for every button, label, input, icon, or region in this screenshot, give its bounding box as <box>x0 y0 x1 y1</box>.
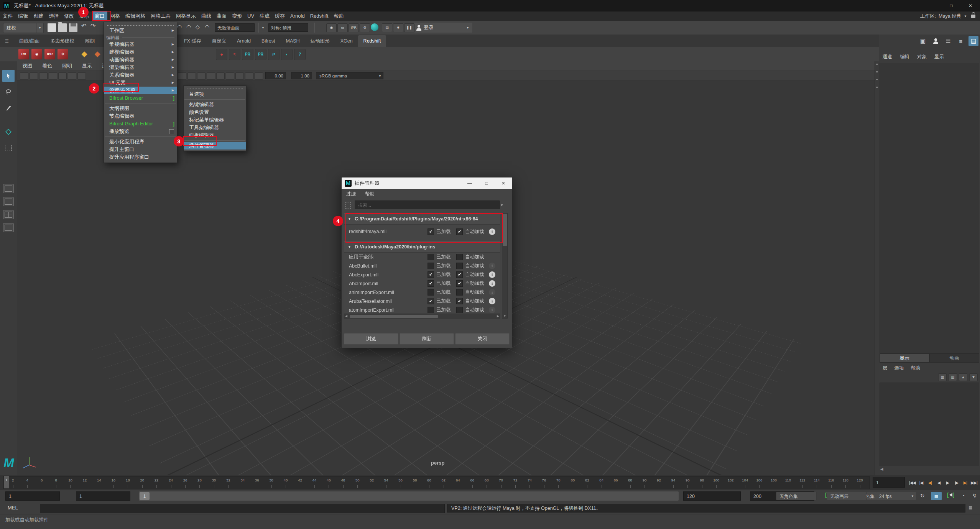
humanik-icon[interactable] <box>931 36 941 46</box>
shelf-button-r3[interactable]: PR <box>255 49 266 60</box>
menu-item-工作区[interactable]: 工作区▶ <box>104 27 177 34</box>
channel-box-layer-editor-icon[interactable]: ▤ <box>968 36 978 46</box>
menu-曲线[interactable]: 曲线 <box>199 12 214 21</box>
frame-tick-60[interactable]: 60 <box>422 476 436 489</box>
frame-tick-110[interactable]: 110 <box>781 476 795 489</box>
panel-menu-显示[interactable]: 显示 <box>82 62 92 69</box>
viewport-icon-r5[interactable] <box>226 72 234 80</box>
section-collapse-icon[interactable]: ▼ <box>348 245 351 249</box>
frame-tick-10[interactable]: 10 <box>63 476 77 489</box>
viewport-icon-r4[interactable] <box>216 72 225 80</box>
dialog-minimize-button[interactable]: — <box>461 177 478 189</box>
chevron-down-icon[interactable]: ▼ <box>500 204 503 207</box>
collapse-all-icon[interactable] <box>345 202 351 209</box>
frame-tick-22[interactable]: 22 <box>149 476 163 489</box>
frame-tick-14[interactable]: 14 <box>92 476 106 489</box>
scrollbar-thumb[interactable] <box>503 214 507 246</box>
exposure-field[interactable]: 0.00 <box>265 72 286 79</box>
menu-item-动画编辑器[interactable]: 动画编辑器▶ <box>104 56 177 64</box>
time-slider-track[interactable]: 2468101214161820222426283032343638404244… <box>3 476 870 489</box>
channel-menu-对象[interactable]: 对象 <box>917 54 927 60</box>
transform-tool[interactable] <box>2 126 15 138</box>
shelf-button-r1[interactable]: ≈ <box>229 49 240 60</box>
frame-tick-98[interactable]: 98 <box>695 476 709 489</box>
menu-item-热键编辑器[interactable]: 热键编辑器 <box>184 101 246 108</box>
info-icon[interactable]: i <box>489 271 495 278</box>
shelf-tab-自定义[interactable]: 自定义 <box>206 35 232 47</box>
scrollbar-thumb[interactable] <box>350 315 438 318</box>
paint-select-tool[interactable] <box>2 102 15 114</box>
playback-button-7[interactable]: ▶▶| <box>970 476 978 489</box>
shelf-tab-雕刻[interactable]: 雕刻 <box>80 35 100 47</box>
shelf-button-r5[interactable]: ◐ <box>281 49 293 60</box>
shelf-button-⚙[interactable]: ⚙ <box>58 49 68 59</box>
modeling-toolkit-icon[interactable]: ▣ <box>918 36 928 46</box>
anim-layer-dropdown[interactable]: 无动画层 <box>827 492 867 500</box>
frame-tick-12[interactable]: 12 <box>77 476 92 489</box>
shelf-button-IPR[interactable]: IPR <box>44 49 55 59</box>
active-surface-field[interactable]: 无激活曲面 <box>215 23 255 32</box>
frame-tick-36[interactable]: 36 <box>250 476 264 489</box>
move-layer-down-icon[interactable]: ▼ <box>969 373 978 381</box>
menu-item-首选项[interactable]: 首选项 <box>184 90 246 98</box>
menu-创建[interactable]: 创建 <box>31 12 46 21</box>
shelf-tab-运动图形[interactable]: 运动图形 <box>305 35 335 47</box>
undo-icon[interactable]: ↶ <box>81 22 86 30</box>
audio-toggle-button[interactable]: [] <box>947 492 954 498</box>
menu-item-渲染编辑器[interactable]: 渲染编辑器▶ <box>104 64 177 71</box>
menu-item-建模编辑器[interactable]: 建模编辑器▶ <box>104 48 177 56</box>
colorspace-dropdown[interactable]: sRGB gamma ▼ <box>316 72 383 79</box>
frame-tick-76[interactable]: 76 <box>537 476 551 489</box>
info-icon[interactable]: i <box>489 280 495 287</box>
viewport-icon-4[interactable] <box>58 72 67 80</box>
viewport-icon-r3[interactable] <box>207 72 215 80</box>
frame-tick-56[interactable]: 56 <box>393 476 408 489</box>
menu-UV[interactable]: UV <box>245 12 257 21</box>
menu-tearoff[interactable] <box>187 87 243 89</box>
channel-box-body[interactable] <box>880 63 979 353</box>
render-icon-2[interactable]: IPR <box>349 23 359 32</box>
scroll-right-icon[interactable]: ▶ <box>497 314 499 318</box>
layout-outliner-pane-button[interactable] <box>3 223 14 232</box>
viewport-icon-r2[interactable] <box>197 72 206 80</box>
frame-tick-42[interactable]: 42 <box>293 476 307 489</box>
frame-tick-70[interactable]: 70 <box>494 476 508 489</box>
frame-tick-50[interactable]: 50 <box>350 476 365 489</box>
shelf-grip-icon[interactable]: ☰ <box>0 35 14 47</box>
frame-tick-106[interactable]: 106 <box>752 476 766 489</box>
mode-selector[interactable]: 建模 ▼ <box>3 23 44 33</box>
playback-end-field[interactable]: 120 <box>683 491 741 501</box>
plugin-section-header[interactable]: ▼D:/Autodesk/Maya2020/bin/plug-ins <box>344 241 500 253</box>
shelf-tab-XGen[interactable]: XGen <box>335 35 358 47</box>
frame-tick-96[interactable]: 96 <box>681 476 695 489</box>
viewport-icon-6[interactable] <box>77 72 86 80</box>
channel-menu-编辑[interactable]: 编辑 <box>900 54 909 60</box>
range-slider[interactable]: 1 <box>139 491 679 501</box>
frame-tick-18[interactable]: 18 <box>121 476 135 489</box>
animation-start-field[interactable]: 1 <box>5 491 60 501</box>
autoload-checkbox[interactable]: ✔ <box>456 280 463 287</box>
frame-tick-108[interactable]: 108 <box>766 476 781 489</box>
viewport-icon-1[interactable] <box>30 72 38 80</box>
frame-tick-6[interactable]: 6 <box>35 476 49 489</box>
frame-tick-46[interactable]: 46 <box>322 476 336 489</box>
marquee-tool[interactable] <box>2 142 15 154</box>
viewport-icon-r8[interactable] <box>255 72 263 80</box>
menu-tearoff[interactable] <box>107 23 174 26</box>
dialog-button-浏览[interactable]: 浏览 <box>344 333 398 345</box>
loaded-checkbox[interactable] <box>428 307 434 313</box>
menu-item-颜色设置[interactable]: 颜色设置 <box>184 108 246 116</box>
menu-item-常规编辑器[interactable]: 常规编辑器▶ <box>104 41 177 48</box>
info-icon[interactable]: i <box>489 298 495 304</box>
clip-editor-button[interactable]: ▦ <box>931 492 942 500</box>
viewport-icon-r0[interactable] <box>178 72 186 80</box>
panel-menu-视图[interactable]: 视图 <box>22 62 32 69</box>
shelf-button-r6[interactable]: ? <box>294 49 306 60</box>
dialog-maximize-button[interactable]: □ <box>478 177 495 189</box>
frame-tick-40[interactable]: 40 <box>278 476 293 489</box>
fps-dropdown[interactable]: 24 fps▼ <box>876 492 916 500</box>
frame-tick-80[interactable]: 80 <box>566 476 580 489</box>
frame-tick-24[interactable]: 24 <box>164 476 178 489</box>
shelf-tab-多边形建模[interactable]: 多边形建模 <box>45 35 80 47</box>
playback-button-0[interactable]: |◀◀ <box>908 476 917 489</box>
